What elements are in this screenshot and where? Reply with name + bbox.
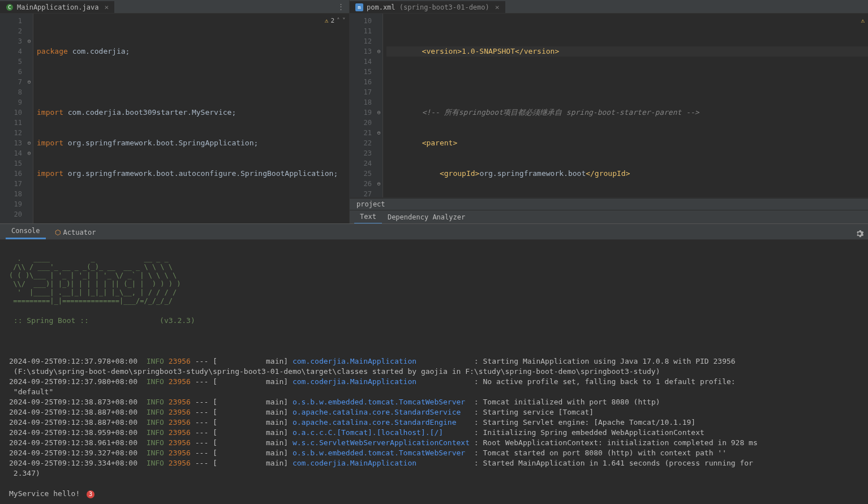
warning-icon[interactable]: ⚠ xyxy=(325,16,329,26)
warning-icon[interactable]: ⚠ xyxy=(861,16,865,26)
maven-icon: m xyxy=(355,3,363,11)
gutter: 1011121314151617181920212223242526272829… xyxy=(350,14,375,197)
java-class-icon: C xyxy=(6,3,14,11)
breadcrumb[interactable]: project xyxy=(350,198,868,210)
tab-label: pom.xml (spring-boot3-01-demo) xyxy=(367,3,489,11)
actuator-icon: ⬡ xyxy=(55,229,61,236)
chevron-up-icon[interactable]: ˄ xyxy=(337,16,340,26)
tool-tab-console[interactable]: Console xyxy=(6,224,46,239)
editor-tab-bar-right: m pom.xml (spring-boot3-01-demo) × xyxy=(350,0,868,14)
console-output[interactable]: . ____ _ __ _ _ /\\ / ___'_ __ _ _(_)_ _… xyxy=(0,240,868,504)
svg-text:m: m xyxy=(358,5,360,10)
svg-text:C: C xyxy=(8,5,11,10)
editor-body-right[interactable]: 1011121314151617181920212223242526272829… xyxy=(350,14,868,197)
close-icon[interactable]: × xyxy=(493,3,500,11)
tab-label: MainApplication.java xyxy=(17,3,99,11)
warning-count: 2 xyxy=(330,16,334,26)
tool-window-header: Console ⬡ Actuator xyxy=(0,224,868,240)
code-area-java[interactable]: ⚠ 2 ˄ ˅ package com.coderjia; import com… xyxy=(33,14,349,223)
sub-tabs: Text Dependency Analyzer xyxy=(350,210,868,223)
tool-tab-actuator[interactable]: ⬡ Actuator xyxy=(49,226,102,239)
code-area-xml[interactable]: ⚠ <version>1.0-SNAPSHOT</version> <!-- 所… xyxy=(383,14,868,197)
gutter: 1234567891011121314151617181920 xyxy=(0,14,25,223)
editor-body-left[interactable]: 1234567891011121314151617181920 ⊖⊖⊖⊖ ⚠ 2… xyxy=(0,14,349,223)
fold-column[interactable]: ⊖⊖⊖⊖ xyxy=(375,14,383,197)
tab-main-application[interactable]: C MainApplication.java × xyxy=(0,0,114,13)
editor-tab-bar-left: C MainApplication.java × ⋮ xyxy=(0,0,349,14)
annotation-badge-3[interactable]: 3 xyxy=(87,490,94,498)
gear-icon[interactable] xyxy=(856,230,863,239)
sub-tab-dependency-analyzer[interactable]: Dependency Analyzer xyxy=(382,211,471,223)
more-icon[interactable]: ⋮ xyxy=(337,2,345,11)
fold-column[interactable]: ⊖⊖⊖⊖ xyxy=(25,14,33,223)
chevron-down-icon[interactable]: ˅ xyxy=(342,16,346,26)
final-output: MyService hello! xyxy=(9,489,80,498)
sub-tab-text[interactable]: Text xyxy=(354,210,382,224)
spring-banner: . ____ _ __ _ _ /\\ / ___'_ __ _ _(_)_ _… xyxy=(9,255,859,305)
tab-pom-xml[interactable]: m pom.xml (spring-boot3-01-demo) × xyxy=(350,0,505,13)
close-icon[interactable]: × xyxy=(102,3,109,11)
